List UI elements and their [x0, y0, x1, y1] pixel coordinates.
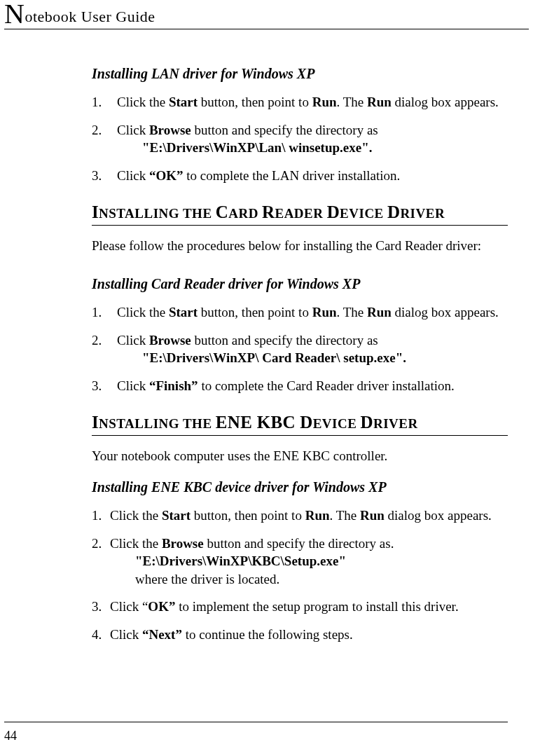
- subhead-cardreader: Installing Card Reader driver for Window…: [92, 275, 508, 294]
- running-header: Notebook User Guide: [4, 0, 508, 26]
- steps-lan: 1. Click the Start button, then point to…: [92, 93, 508, 185]
- step-text: Click the Browse button and specify the …: [110, 536, 394, 551]
- step-text: Click “Next” to continue the following s…: [110, 627, 353, 642]
- step-number: 4.: [92, 626, 102, 644]
- step-text: Click “OK” to implement the setup progra…: [110, 599, 459, 614]
- page-content: Installing LAN driver for Windows XP 1. …: [92, 29, 508, 644]
- step-text: Click the Start button, then point to Ru…: [117, 95, 499, 109]
- section-title-enekbc: INSTALLING THE ENE KBC DEVICE DRIVER: [92, 411, 508, 437]
- step-text: Click the Start button, then point to Ru…: [110, 508, 492, 523]
- step-text: Click Browse button and specify the dire…: [117, 333, 378, 348]
- subhead-enekbc: Installing ENE KBC device driver for Win…: [92, 478, 508, 497]
- step-number: 3.: [92, 377, 102, 395]
- step-item: 3. Click “OK” to complete the LAN driver…: [92, 167, 508, 185]
- step-number: 2.: [92, 121, 102, 139]
- step-text: Click Browse button and specify the dire…: [117, 123, 378, 137]
- step-item: 1. Click the Start button, then point to…: [92, 93, 508, 111]
- step-number: 2.: [92, 331, 102, 350]
- step-text: Click “Finish” to complete the Card Read…: [117, 378, 455, 393]
- step-item: 4. Click “Next” to continue the followin…: [92, 626, 508, 644]
- step-item: 2. Click Browse button and specify the d…: [92, 121, 508, 157]
- step-number: 2.: [92, 535, 102, 553]
- section-title-cardreader: INSTALLING THE CARD READER DEVICE DRIVER: [92, 200, 508, 226]
- step-path: "E:\Drivers\WinXP\KBC\Setup.exe": [110, 552, 508, 570]
- step-item: 1. Click the Start button, then point to…: [92, 303, 508, 322]
- steps-cardreader: 1. Click the Start button, then point to…: [92, 303, 508, 395]
- intro-enekbc: Your notebook computer uses the ENE KBC …: [92, 447, 508, 465]
- step-item: 3. Click “Finish” to complete the Card R…: [92, 377, 508, 395]
- subhead-lan: Installing LAN driver for Windows XP: [92, 64, 508, 83]
- step-number: 1.: [92, 93, 102, 111]
- step-text: Click the Start button, then point to Ru…: [117, 305, 499, 319]
- steps-enekbc: 1. Click the Start button, then point to…: [92, 507, 508, 644]
- step-number: 3.: [92, 598, 102, 616]
- step-number: 1.: [92, 303, 102, 322]
- step-number: 3.: [92, 167, 102, 185]
- running-header-text: otebook User Guide: [25, 8, 155, 25]
- page-number: 44: [4, 729, 17, 743]
- step-item: 1. Click the Start button, then point to…: [92, 507, 508, 525]
- step-item: 2. Click the Browse button and specify t…: [92, 535, 508, 589]
- step-number: 1.: [92, 507, 102, 525]
- step-text: Click “OK” to complete the LAN driver in…: [117, 168, 400, 183]
- bottom-rule: [4, 722, 508, 722]
- step-path: "E:\Drivers\WinXP\ Card Reader\ setup.ex…: [117, 349, 508, 367]
- step-item: 2. Click Browse button and specify the d…: [92, 331, 508, 367]
- step-tail: where the driver is located.: [110, 570, 508, 589]
- step-path: "E:\Drivers\WinXP\Lan\ winsetup.exe".: [117, 139, 508, 157]
- step-item: 3. Click “OK” to implement the setup pro…: [92, 598, 508, 616]
- intro-cardreader: Please follow the procedures below for i…: [92, 237, 508, 255]
